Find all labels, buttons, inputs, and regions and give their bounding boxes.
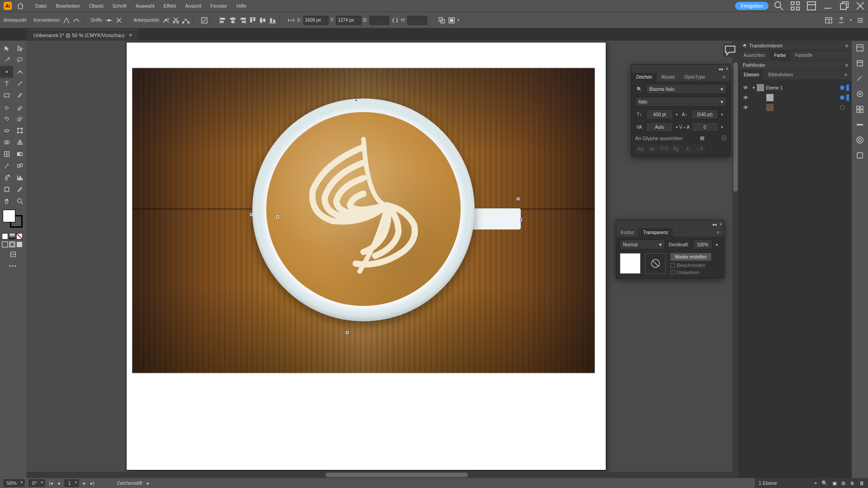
color-white[interactable] (2, 233, 8, 239)
pathfinder-panel-header[interactable]: Pathfinder ≡ (739, 61, 852, 70)
constrain-icon[interactable] (391, 16, 399, 24)
show-handles-icon[interactable] (105, 16, 113, 24)
visibility-icon[interactable]: 👁 (742, 85, 749, 90)
target-icon[interactable] (840, 85, 844, 90)
presentation-icon[interactable] (16, 241, 23, 248)
align-top-icon[interactable] (249, 16, 257, 24)
tab-paragraph[interactable]: Absatz (657, 73, 680, 81)
tracking-field[interactable]: 0 (691, 122, 718, 132)
target-icon[interactable] (840, 95, 844, 100)
artboard-tool[interactable] (0, 183, 13, 195)
magic-wand-tool[interactable] (0, 54, 13, 66)
panel-menu-icon[interactable] (856, 16, 864, 24)
font-family-combo[interactable]: Blazma Italic▾ (646, 84, 726, 94)
shape-builder-tool[interactable] (0, 136, 13, 148)
menu-datei[interactable]: Datei (31, 0, 52, 12)
collapse-icon[interactable]: ◂◂ (718, 66, 723, 71)
vertical-scrollbar[interactable] (732, 41, 739, 472)
layer-row[interactable]: 👁 ▾ Ebene 1 (742, 83, 849, 93)
artboard-number-combo[interactable]: 1 (65, 479, 78, 487)
minimize-icon[interactable] (822, 2, 834, 10)
line-tool[interactable] (13, 78, 26, 89)
tab-colorguide[interactable]: Farbhilfe (790, 51, 817, 60)
glyph-grid-icon[interactable]: ▦ (700, 135, 704, 141)
font-size-field[interactable]: 450 pt (646, 109, 673, 119)
workspace-icon[interactable] (806, 2, 817, 10)
connect-anchor-icon[interactable] (182, 16, 190, 24)
smooth-point-icon[interactable] (72, 16, 80, 24)
w-input[interactable] (369, 16, 389, 25)
rotate-tool[interactable] (0, 113, 13, 125)
close-tab-icon[interactable]: × (129, 32, 132, 38)
close-icon[interactable]: × (726, 66, 728, 71)
align-to-icon[interactable] (448, 16, 456, 24)
tab-align[interactable]: Ausrichten (739, 51, 769, 60)
anchor-point[interactable] (517, 197, 519, 200)
menu-effekt[interactable]: Effekt (159, 0, 180, 12)
h-input[interactable] (407, 16, 427, 25)
slice-tool[interactable] (13, 183, 26, 195)
libraries-icon[interactable] (855, 59, 864, 68)
panel-menu-icon[interactable]: ≡ (845, 62, 848, 68)
remove-anchor-icon[interactable] (162, 16, 170, 24)
glyph-capheight[interactable]: ⒶⒼ (659, 144, 670, 153)
width-tool[interactable] (0, 125, 13, 136)
layer-row[interactable]: 👁 (742, 103, 849, 113)
more-tools-icon[interactable]: ••• (0, 260, 26, 271)
edit-toolbar-icon[interactable] (0, 249, 26, 260)
glyph-em[interactable]: A (682, 144, 693, 153)
glyph-baseline[interactable]: Ag (635, 144, 646, 153)
make-clipping-icon[interactable]: ▣ (832, 480, 837, 486)
locate-layer-icon[interactable]: ⌖ (814, 480, 817, 486)
shaper-tool[interactable] (0, 101, 13, 113)
lasso-tool[interactable] (13, 54, 26, 66)
tab-stroke[interactable]: Kontur (616, 228, 638, 237)
brushes-icon[interactable] (855, 74, 864, 83)
document-tab[interactable]: Unbenannt-1* @ 50 % (CMYK/Vorschau) × (27, 29, 138, 41)
properties-icon[interactable] (855, 43, 864, 52)
appearance-icon[interactable] (855, 136, 864, 145)
glyph-ascent[interactable]: Âg (670, 144, 681, 153)
delete-layer-icon[interactable]: 🗑 (859, 480, 864, 486)
x-input[interactable] (303, 16, 329, 25)
opacity-popup-icon[interactable]: ▸ (716, 242, 718, 247)
horizontal-scrollbar[interactable] (26, 472, 739, 478)
blend-tool[interactable] (13, 160, 26, 172)
info-icon[interactable]: ⓘ (722, 135, 726, 141)
align-hcenter-icon[interactable] (229, 16, 237, 24)
new-layer-icon[interactable]: 🗎 (850, 480, 855, 486)
blend-mode-combo[interactable]: Normal▾ (620, 239, 665, 249)
anchor-point[interactable] (355, 99, 358, 102)
clip-checkbox[interactable] (670, 263, 675, 267)
fill-swatch[interactable] (3, 210, 15, 222)
comments-panel-icon[interactable] (723, 43, 737, 57)
anchor-point[interactable] (250, 213, 253, 216)
mask-thumbnail[interactable] (645, 253, 666, 274)
align-right-icon[interactable] (239, 16, 247, 24)
share-button[interactable]: Freigeben (735, 2, 769, 10)
corner-point-icon[interactable] (62, 16, 71, 24)
leading-field[interactable]: (540 pt) (691, 109, 718, 119)
cut-path-icon[interactable] (172, 16, 180, 24)
color-none[interactable] (16, 233, 23, 239)
tab-character[interactable]: Zeichen (632, 73, 657, 81)
font-style-combo[interactable]: Italic▾ (635, 97, 726, 107)
zoom-combo[interactable]: 50% (4, 479, 24, 487)
direct-selection-tool[interactable] (13, 42, 26, 54)
search-icon[interactable]: 🔍 (635, 85, 643, 93)
artboard-prev-icon[interactable]: ◂ (57, 480, 60, 486)
curvature-tool[interactable] (13, 66, 26, 78)
panel-menu-icon[interactable]: ≡ (840, 70, 852, 80)
tab-color[interactable]: Farbe (769, 51, 790, 60)
arrange-icon[interactable] (789, 2, 801, 10)
menu-fenster[interactable]: Fenster (206, 0, 231, 12)
mesh-tool[interactable] (0, 148, 13, 160)
opacity-field[interactable]: 100% (693, 239, 712, 249)
anchor-point[interactable] (276, 216, 279, 218)
color-gradient[interactable] (9, 233, 15, 239)
rectangle-tool[interactable] (0, 89, 13, 101)
kerning-field[interactable]: Auto (646, 122, 673, 132)
full-screen-icon[interactable] (9, 241, 15, 248)
menu-objekt[interactable]: Objekt (85, 0, 108, 12)
fill-stroke-swatch[interactable] (2, 210, 24, 230)
